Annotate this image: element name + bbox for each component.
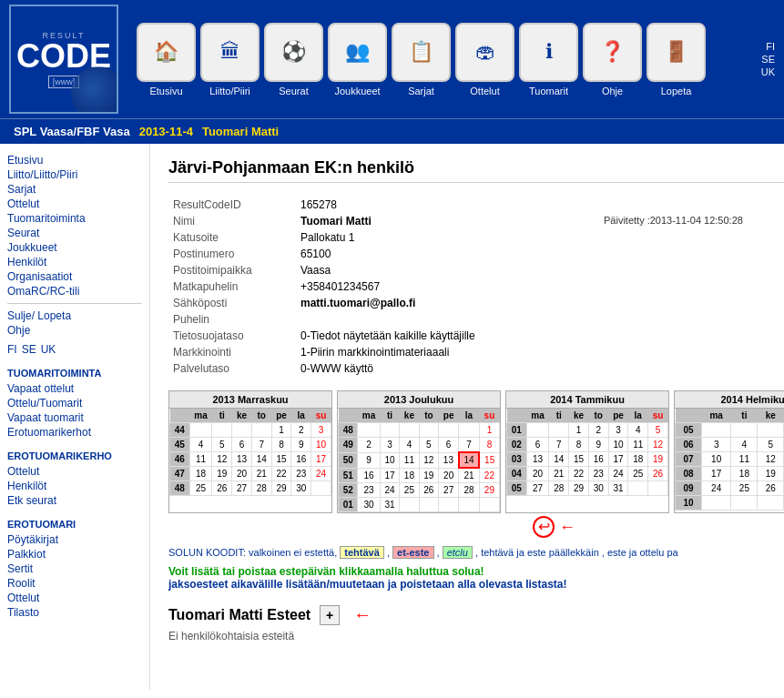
cal-cell[interactable]: 16 (291, 452, 311, 467)
cal-cell[interactable]: 23 (291, 467, 311, 481)
cal-cell[interactable]: 21 (549, 467, 569, 481)
cal-cell[interactable]: 10 (380, 452, 399, 468)
cal-cell[interactable]: 6 (526, 438, 549, 452)
cal-cell[interactable]: 2 (358, 438, 380, 453)
cal-cell[interactable]: 1 (271, 423, 291, 438)
sidebar-tuomaritoiminta[interactable]: Tuomaritoiminta (7, 211, 142, 226)
cal-cell[interactable]: 1 (479, 423, 499, 438)
cal-cell[interactable]: 18 (400, 468, 419, 483)
lang-uk[interactable]: UK (761, 66, 775, 77)
cal-cell[interactable]: 21 (459, 468, 480, 483)
cal-cell[interactable]: 13 (526, 452, 549, 467)
cal-cell[interactable]: 26 (648, 467, 668, 481)
cal-cell[interactable]: 27 (232, 481, 252, 496)
nav-tuomarit[interactable]: ℹ Tuomarit (519, 23, 578, 96)
nav-lopeta[interactable]: 🚪 Lopeta (647, 23, 706, 96)
cal-cell[interactable]: 8 (479, 438, 499, 453)
cal-cell[interactable]: 4 (731, 438, 758, 452)
sidebar-lang-se[interactable]: SE (22, 342, 36, 357)
cal-cell[interactable]: 3 (701, 438, 731, 452)
cal-cell[interactable]: 19 (648, 452, 668, 467)
sidebar-vapaat-ottelut[interactable]: Vapaat ottelut (7, 381, 142, 396)
cal-cell[interactable]: 5 (212, 438, 232, 452)
cal-cell[interactable]: 12 (212, 452, 232, 467)
cal-cell[interactable]: 30 (358, 498, 380, 512)
cal-cell[interactable]: 12 (648, 438, 668, 452)
nav-ottelut[interactable]: 🏟 Ottelut (455, 23, 514, 96)
nav-seurat[interactable]: ⚽ Seurat (264, 23, 323, 96)
cal-cell[interactable]: 17 (311, 452, 331, 467)
cal-cell[interactable]: 14 (549, 452, 569, 467)
logo-box[interactable]: RESULT CODE [www] (9, 5, 118, 114)
cal-cell[interactable]: 11 (628, 438, 648, 452)
cal-cell[interactable]: 20 (526, 467, 549, 481)
cal-cell[interactable]: 31 (608, 481, 628, 496)
cal-cell[interactable]: 20 (232, 467, 252, 481)
sidebar-sertit[interactable]: Sertit (7, 561, 142, 576)
sidebar-erotuomari-ottelut[interactable]: Ottelut (7, 591, 142, 605)
sidebar-henkilot[interactable]: Henkilöt (7, 255, 142, 269)
cal-cell[interactable]: 7 (251, 438, 271, 452)
cal-cell-highlighted[interactable]: 14 (459, 452, 480, 468)
cal-cell[interactable]: 30 (291, 481, 311, 496)
cal-cell[interactable]: 4 (400, 438, 419, 453)
cal-cell[interactable]: 16 (588, 452, 608, 467)
cal-cell[interactable]: 29 (569, 481, 589, 496)
cal-cell[interactable]: 3 (380, 438, 399, 453)
sidebar-sulje[interactable]: Sulje/ Lopeta (7, 309, 142, 323)
cal-cell[interactable]: 18 (628, 452, 648, 467)
sidebar-etk-seurat[interactable]: Etk seurat (7, 493, 142, 508)
cal-cell[interactable]: 15 (479, 452, 499, 468)
cal-cell[interactable]: 18 (189, 467, 212, 481)
cal-cell[interactable]: 26 (419, 483, 438, 498)
sidebar-erotuomarikerhot[interactable]: Erotuomarikerhot (7, 425, 142, 440)
cal-cell[interactable]: 15 (569, 452, 589, 467)
cal-cell[interactable]: 8 (271, 438, 291, 452)
nav-sarjat[interactable]: 📋 Sarjat (392, 23, 451, 96)
sidebar-palkkiot[interactable]: Palkkiot (7, 547, 142, 561)
cal-cell[interactable]: 4 (189, 438, 212, 452)
cal-cell[interactable]: 2 (291, 423, 311, 438)
cal-cell[interactable]: 8 (569, 438, 589, 452)
cal-cell[interactable]: 15 (271, 452, 291, 467)
cal-cell[interactable]: 11 (400, 452, 419, 468)
sidebar-etk-ottelut[interactable]: Ottelut (7, 464, 142, 479)
cal-cell[interactable]: 13 (439, 452, 459, 468)
cal-cell[interactable]: 19 (419, 468, 438, 483)
cal-cell[interactable]: 10 (311, 438, 331, 452)
nav-etusivu[interactable]: 🏠 Etusivu (137, 23, 196, 96)
cal-cell[interactable]: 28 (459, 483, 480, 498)
cal-cell[interactable]: 10 (701, 452, 731, 467)
cal-cell[interactable]: 25 (731, 481, 758, 496)
lang-fi[interactable]: FI (766, 41, 775, 52)
cal-cell[interactable]: 2 (588, 423, 608, 438)
cal-cell[interactable]: 22 (479, 468, 499, 483)
cal-cell[interactable]: 6 (439, 438, 459, 453)
sidebar-ottelut[interactable]: Ottelut (7, 197, 142, 211)
cal-cell[interactable]: 20 (439, 468, 459, 483)
cal-cell[interactable]: 12 (758, 452, 784, 467)
sidebar-lang-fi[interactable]: FI (7, 342, 17, 357)
cal-cell[interactable]: 24 (608, 467, 628, 481)
cal-cell[interactable]: 29 (271, 481, 291, 496)
cal-cell[interactable]: 17 (380, 468, 399, 483)
cal-cell[interactable]: 27 (526, 481, 549, 496)
nav-joukkueet[interactable]: 👥 Joukkueet (328, 23, 387, 96)
cal-cell[interactable]: 7 (459, 438, 480, 453)
cal-cell[interactable]: 18 (731, 467, 758, 481)
cal-cell[interactable]: 19 (212, 467, 232, 481)
sidebar-tilasto[interactable]: Tilasto (7, 605, 142, 620)
cal-cell[interactable]: 21 (251, 467, 271, 481)
sidebar-seurat[interactable]: Seurat (7, 226, 142, 240)
sidebar-liitto[interactable]: Liitto/Liitto/Piiri (7, 167, 142, 182)
sidebar-joukkueet[interactable]: Joukkueet (7, 240, 142, 255)
cal-cell[interactable]: 17 (701, 467, 731, 481)
esteet-add-button[interactable]: + (320, 605, 340, 625)
sidebar-lang-uk[interactable]: UK (41, 342, 56, 357)
cal-cell[interactable]: 4 (628, 423, 648, 438)
cal-cell[interactable]: 30 (588, 481, 608, 496)
sidebar-ottelu-tuomarit[interactable]: Ottelu/Tuomarit (7, 396, 142, 410)
cal-cell[interactable]: 22 (271, 467, 291, 481)
sidebar-roolit[interactable]: Roolit (7, 576, 142, 591)
cal-cell[interactable]: 23 (588, 467, 608, 481)
